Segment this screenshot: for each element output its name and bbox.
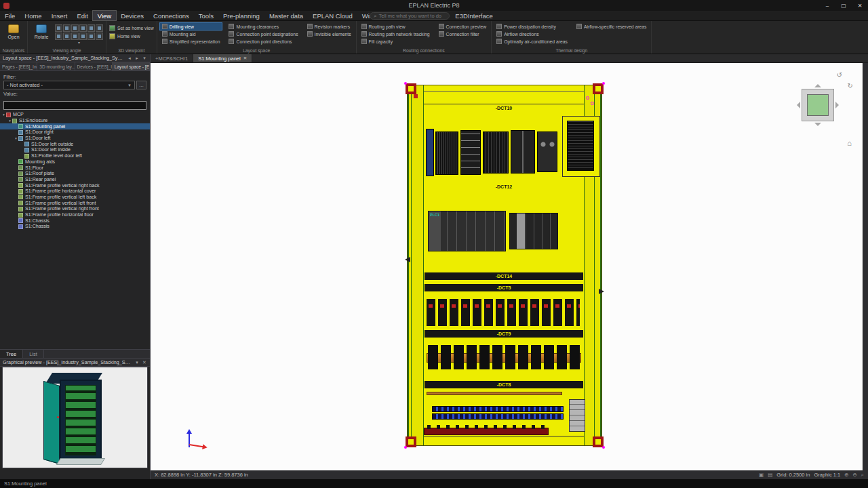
view-angle-icon-10[interactable] <box>87 33 95 40</box>
mounting-panel-drawing[interactable]: -DCT10 -DCT12 PLC1 -DCT14 - <box>407 85 602 446</box>
dock-tab-1[interactable]: 3D mounting lay... <box>37 62 75 70</box>
open-button[interactable]: Open <box>3 23 24 39</box>
right-dock-strip[interactable] <box>863 63 868 470</box>
ribbon-toggle-connection-point-directions[interactable]: Connection point directions <box>226 38 300 45</box>
view-angle-icon-5[interactable] <box>96 24 103 32</box>
rotate-ccw-icon[interactable]: ↺ <box>837 71 842 79</box>
panel-tab-tree[interactable]: Tree <box>0 350 23 358</box>
zoom-in-icon[interactable]: ⊕ <box>844 472 848 478</box>
menu-tab-view[interactable]: View <box>93 11 116 20</box>
command-search[interactable]: ⌕ <box>370 12 450 20</box>
tree-item-s1-chassis[interactable]: S1:Chassis <box>0 218 150 224</box>
maximize-icon[interactable]: ▢ <box>835 0 852 11</box>
ribbon-toggle-fill-capacity[interactable]: Fill capacity <box>359 38 432 45</box>
ribbon-toggle-mounting-clearances[interactable]: Mounting clearances <box>226 23 300 30</box>
menu-tab-file[interactable]: File <box>0 11 20 20</box>
set-as-home-view-button[interactable]: Set as home view <box>109 25 154 31</box>
dock-tab-3[interactable]: Layout space - [E... <box>113 62 150 70</box>
ribbon-toggle-optimally-air-conditioned-areas[interactable]: Optimally air-conditioned areas <box>494 38 570 45</box>
chevron-down-icon[interactable]: ▾ <box>55 41 103 48</box>
minimize-icon[interactable]: – <box>819 0 835 11</box>
view-cube[interactable]: ↺ ↻ ⌂ <box>797 85 838 125</box>
view-angle-icon-7[interactable] <box>63 33 71 40</box>
tree-item-s1-door-left-outside[interactable]: S1:Door left outside <box>0 141 150 147</box>
pan-left-icon[interactable] <box>793 102 800 108</box>
ribbon-toggle-drilling-view[interactable]: Drilling view <box>160 23 222 30</box>
ribbon-toggle-airflow-directions[interactable]: Airflow directions <box>494 30 570 37</box>
view-angle-icon-8[interactable] <box>71 33 79 40</box>
close-icon[interactable]: ✕ <box>243 56 247 61</box>
tree-item-s1-door-left-inside[interactable]: S1:Door left inside <box>0 147 150 153</box>
pan-right-icon[interactable] <box>835 102 842 108</box>
ribbon-toggle-simplified-representation[interactable]: Simplified representation <box>160 38 222 45</box>
tree-item-s1-rear-panel[interactable]: S1:Rear panel <box>0 177 150 183</box>
tree-item-s1-floor[interactable]: S1:Floor <box>0 165 150 171</box>
menu-tab-eplan-cloud[interactable]: EPLAN Cloud <box>308 11 357 20</box>
tree-item-mcp[interactable]: ▾MCP <box>0 112 150 118</box>
menu-tab-master-data[interactable]: Master data <box>264 11 308 20</box>
layout-space-canvas[interactable]: -DCT10 -DCT12 PLC1 -DCT14 - <box>151 63 868 470</box>
panel-menu-icon[interactable]: ▾ <box>134 360 140 365</box>
panel-menu-icon[interactable]: ▾ <box>142 56 147 61</box>
search-input[interactable] <box>378 13 446 19</box>
home-view-button[interactable]: Home view <box>109 33 154 39</box>
tree-item-s1-frame-profile-horizontal-floor[interactable]: S1:Frame profile horizontal floor <box>0 212 150 218</box>
grid-icon[interactable]: ▤ <box>768 472 772 478</box>
snap-icon[interactable]: ▣ <box>759 472 764 478</box>
document-tab-mcp-sch-1[interactable]: +MCP&SCH/1 <box>151 54 193 62</box>
menu-tab-home[interactable]: Home <box>20 11 46 20</box>
tree-item-s1-frame-profile-vertical-right-back[interactable]: S1:Frame profile vertical right back <box>0 182 150 188</box>
filter-dropdown[interactable]: - Not activated - ▼ <box>3 81 135 89</box>
panel-forward-icon[interactable]: ▸ <box>134 56 140 61</box>
zoom-out-icon[interactable]: ⊖ <box>853 472 857 478</box>
menu-tab-edit[interactable]: Edit <box>72 11 92 20</box>
view-angle-icon-0[interactable] <box>55 24 62 32</box>
menu-tab-tools[interactable]: Tools <box>194 11 218 20</box>
menu-tab-connections[interactable]: Connections <box>149 11 194 20</box>
filter-more-button[interactable]: … <box>136 81 146 89</box>
view-angle-icon-2[interactable] <box>71 24 79 32</box>
ribbon-toggle-revision-markers[interactable]: Revision markers <box>305 23 353 30</box>
panel-tab-list[interactable]: List <box>23 350 44 358</box>
ribbon-toggle-routing-path-view[interactable]: Routing path view <box>359 23 432 30</box>
menu-tab-pre-planning[interactable]: Pre-planning <box>218 11 264 20</box>
view-angle-icon-11[interactable] <box>96 33 103 40</box>
close-icon[interactable]: ✕ <box>852 0 868 11</box>
ribbon-toggle-mounting-aid[interactable]: Mounting aid <box>160 30 222 37</box>
tree-item-s1-frame-profile-horizontal-cover[interactable]: S1:Frame profile horizontal cover <box>0 188 150 195</box>
close-icon[interactable]: ✕ <box>142 360 147 365</box>
ribbon-toggle-connection-point-designations[interactable]: Connection point designations <box>226 30 300 37</box>
tree-item-s1-frame-profile-vertical-left-front[interactable]: S1:Frame profile vertical left front <box>0 200 150 206</box>
ribbon-toggle-connection-preview[interactable]: Connection preview <box>437 23 489 30</box>
view-angle-icon-3[interactable] <box>79 24 87 32</box>
tree-item-s1-door-left[interactable]: ▾S1:Door left <box>0 136 150 142</box>
tree-item-s1-door-right[interactable]: S1:Door right <box>0 129 150 136</box>
menu-tab-e3dinterface[interactable]: E3DInterface <box>450 11 497 20</box>
menu-tab-devices[interactable]: Devices <box>116 11 149 20</box>
tree-item-s1-mounting-panel[interactable]: S1:Mounting panel <box>0 123 150 129</box>
graphic-scale[interactable]: Graphic 1:1 <box>814 472 840 478</box>
tree-item-s1-profile-level-door-left[interactable]: S1:Profile level door left <box>0 153 150 159</box>
panel-back-icon[interactable]: ◂ <box>127 56 132 61</box>
tree-item-s1-frame-profile-vertical-left-back[interactable]: S1:Frame profile vertical left back <box>0 195 150 201</box>
tree-item-s1-chassis[interactable]: S1:Chassis <box>0 224 150 230</box>
ribbon-toggle-routing-path-network-tracking[interactable]: Routing path network tracking <box>359 30 432 37</box>
pan-up-icon[interactable] <box>814 81 821 87</box>
dock-tab-2[interactable]: Devices - [EES]_In... <box>75 62 113 70</box>
view-angle-icon-4[interactable] <box>87 24 95 32</box>
rotate-cw-icon[interactable]: ↻ <box>848 82 853 89</box>
menu-tab-insert[interactable]: Insert <box>47 11 73 20</box>
view-angle-icon-6[interactable] <box>55 33 62 40</box>
view-angle-icon-1[interactable] <box>63 24 71 32</box>
magnifier-icon[interactable]: ⌕ <box>861 472 864 479</box>
tree-item-s1-roof-plate[interactable]: S1:Roof plate <box>0 171 150 177</box>
ribbon-toggle-connection-filter[interactable]: Connection filter <box>437 30 489 37</box>
value-input[interactable] <box>3 101 146 110</box>
pan-down-icon[interactable] <box>814 123 821 129</box>
home-view-icon[interactable]: ⌂ <box>847 139 852 147</box>
view-cube-face[interactable] <box>807 94 829 116</box>
grid-setting[interactable]: Grid: 0.2500 in <box>776 472 810 478</box>
tree-item-s1-enclosure[interactable]: ▾S1:Enclosure <box>0 118 150 124</box>
tree-item-mounting-aids[interactable]: Mounting aids <box>0 159 150 165</box>
view-angle-icon-9[interactable] <box>79 33 87 40</box>
